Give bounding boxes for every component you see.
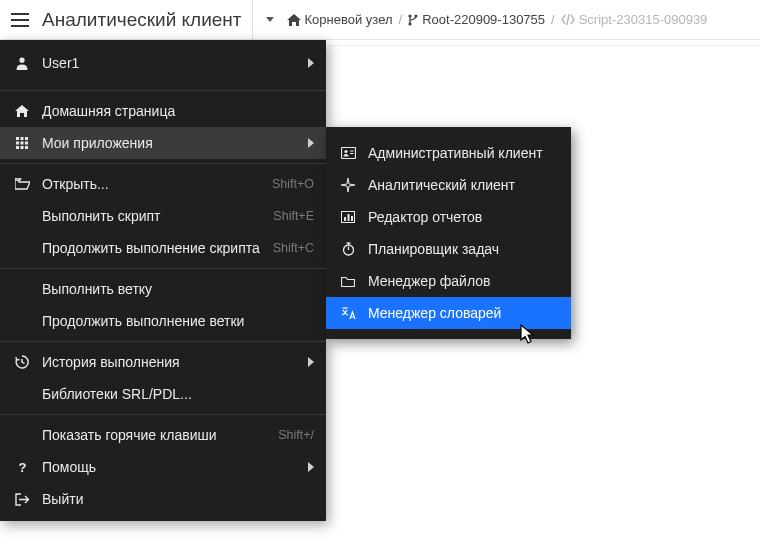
svg-rect-23 — [348, 214, 350, 221]
menu-libraries-label: Библиотеки SRL/PDL... — [42, 386, 314, 402]
svg-rect-0 — [11, 13, 29, 15]
menu-history[interactable]: История выполнения — [0, 346, 326, 378]
svg-rect-24 — [351, 216, 353, 221]
chevron-right-icon — [308, 357, 314, 367]
menu-open[interactable]: Открыть... Shift+O — [0, 168, 326, 200]
svg-point-18 — [344, 150, 347, 153]
menu-run-branch[interactable]: Выполнить ветку — [0, 273, 326, 305]
help-icon: ? — [14, 461, 30, 474]
id-card-icon — [340, 147, 356, 159]
chevron-right-icon — [308, 462, 314, 472]
submenu-scheduler-label: Планировщик задач — [368, 241, 559, 257]
submenu-report-editor[interactable]: Редактор отчетов — [326, 201, 571, 233]
menu-help[interactable]: ? Помощь — [0, 451, 326, 483]
menu-separator — [0, 341, 326, 342]
folder-open-icon — [14, 178, 30, 190]
breadcrumb-root-label: Корневой узел — [305, 12, 393, 27]
svg-rect-7 — [16, 137, 19, 140]
menu-continue-branch[interactable]: Продолжить выполнение ветки — [0, 305, 326, 337]
submenu-file-manager[interactable]: Менеджер файлов — [326, 265, 571, 297]
code-icon — [561, 14, 575, 25]
menu-user-label: User1 — [42, 55, 296, 71]
breadcrumb-script[interactable]: Script-230315-090939 — [561, 12, 708, 27]
svg-point-6 — [19, 58, 24, 63]
submenu-admin-client-label: Административный клиент — [368, 145, 559, 161]
submenu-admin-client[interactable]: Административный клиент — [326, 137, 571, 169]
svg-text:?: ? — [18, 461, 26, 474]
chevron-right-icon — [308, 138, 314, 148]
breadcrumb-script-label: Script-230315-090939 — [579, 12, 708, 27]
chart-icon — [340, 211, 356, 223]
submenu-scheduler[interactable]: Планировщик задач — [326, 233, 571, 265]
submenu-dictionary-manager[interactable]: Менеджер словарей — [326, 297, 571, 329]
svg-rect-2 — [11, 25, 29, 27]
chevron-right-icon — [308, 58, 314, 68]
hamburger-icon — [11, 13, 29, 27]
menu-separator — [0, 90, 326, 91]
submenu-file-manager-label: Менеджер файлов — [368, 273, 559, 289]
submenu-analytic-client[interactable]: Аналитический клиент — [326, 169, 571, 201]
stopwatch-icon — [340, 242, 356, 256]
user-icon — [14, 56, 30, 70]
menu-separator — [0, 414, 326, 415]
menu-continue-script[interactable]: Продолжить выполнение скрипта Shift+C — [0, 232, 326, 264]
submenu-analytic-client-label: Аналитический клиент — [368, 177, 559, 193]
menu-continue-script-shortcut: Shift+C — [273, 241, 314, 255]
menu-history-label: История выполнения — [42, 354, 296, 370]
svg-rect-11 — [21, 142, 24, 145]
svg-rect-10 — [16, 142, 19, 145]
my-apps-submenu: Административный клиент Аналитический кл… — [326, 127, 571, 339]
breadcrumb: Корневой узел / Root-220909-130755 / Scr… — [287, 12, 708, 27]
breadcrumb-node[interactable]: Root-220909-130755 — [408, 12, 545, 27]
menu-home-label: Домашняя страница — [42, 103, 314, 119]
sparkle-icon — [340, 178, 356, 192]
menu-help-label: Помощь — [42, 459, 296, 475]
menu-my-apps-label: Мои приложения — [42, 135, 296, 151]
svg-rect-1 — [11, 19, 29, 21]
menu-exit[interactable]: Выйти — [0, 483, 326, 515]
title-dropdown-button[interactable] — [261, 6, 279, 34]
breadcrumb-separator: / — [551, 12, 555, 27]
menu-run-branch-label: Выполнить ветку — [42, 281, 314, 297]
home-icon — [287, 14, 301, 26]
caret-down-icon — [266, 17, 274, 22]
svg-rect-12 — [25, 142, 28, 145]
breadcrumb-root[interactable]: Корневой узел — [287, 12, 393, 27]
menu-run-script-label: Выполнить скрипт — [42, 208, 261, 224]
home-icon — [14, 105, 30, 117]
grid-icon — [14, 137, 30, 149]
menu-my-apps[interactable]: Мои приложения — [0, 127, 326, 159]
breadcrumb-separator: / — [399, 12, 403, 27]
logout-icon — [14, 493, 30, 506]
menu-open-shortcut: Shift+O — [272, 177, 314, 191]
history-icon — [14, 355, 30, 369]
menu-open-label: Открыть... — [42, 176, 260, 192]
main-menu: User1 Домашняя страница Мои приложения О… — [0, 40, 326, 521]
folder-icon — [340, 276, 356, 287]
menu-continue-script-label: Продолжить выполнение скрипта — [42, 240, 261, 256]
menu-run-script-shortcut: Shift+E — [273, 209, 314, 223]
svg-rect-22 — [344, 217, 346, 221]
menu-run-script[interactable]: Выполнить скрипт Shift+E — [0, 200, 326, 232]
menu-user[interactable]: User1 — [0, 40, 326, 86]
menu-hotkeys[interactable]: Показать горячие клавиши Shift+/ — [0, 419, 326, 451]
menu-hotkeys-label: Показать горячие клавиши — [42, 427, 266, 443]
svg-rect-8 — [21, 137, 24, 140]
svg-rect-13 — [16, 146, 19, 149]
hamburger-menu-button[interactable] — [6, 6, 34, 34]
menu-libraries[interactable]: Библиотеки SRL/PDL... — [0, 378, 326, 410]
submenu-report-editor-label: Редактор отчетов — [368, 209, 559, 225]
breadcrumb-node-label: Root-220909-130755 — [422, 12, 545, 27]
menu-continue-branch-label: Продолжить выполнение ветки — [42, 313, 314, 329]
app-title: Аналитический клиент — [42, 0, 253, 40]
translate-icon — [340, 307, 356, 320]
menu-separator — [0, 163, 326, 164]
svg-rect-15 — [25, 146, 28, 149]
menu-home[interactable]: Домашняя страница — [0, 95, 326, 127]
menu-separator — [0, 268, 326, 269]
menu-exit-label: Выйти — [42, 491, 314, 507]
top-bar: Аналитический клиент Корневой узел / Roo… — [0, 0, 760, 40]
submenu-dictionary-manager-label: Менеджер словарей — [368, 305, 559, 321]
menu-hotkeys-shortcut: Shift+/ — [278, 428, 314, 442]
svg-rect-9 — [25, 137, 28, 140]
